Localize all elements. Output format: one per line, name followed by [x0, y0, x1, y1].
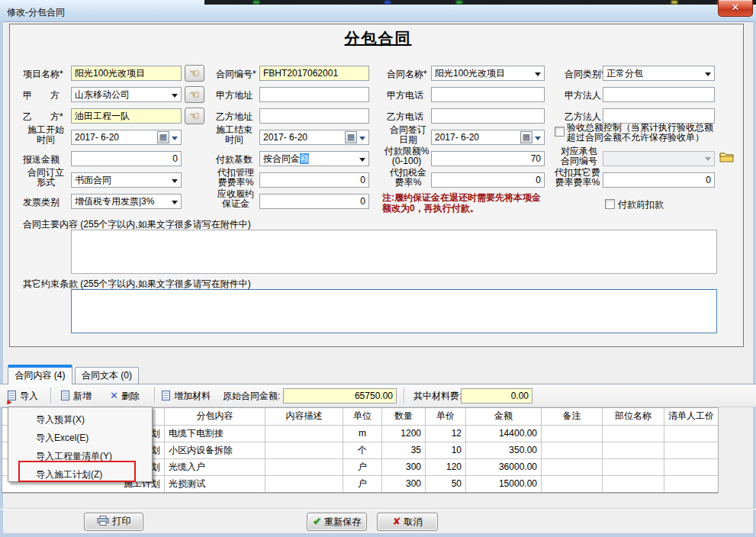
party-a-legal-field[interactable] [603, 87, 715, 102]
cell-labor-price[interactable] [664, 426, 718, 442]
header-quantity: 数量 [382, 408, 426, 425]
cell-content[interactable]: 光损测试 [165, 476, 265, 492]
cell-amount[interactable]: 36000.00 [466, 459, 542, 475]
cell-content[interactable]: 光缆入户 [165, 459, 265, 475]
party-b-addr-field[interactable] [259, 108, 369, 124]
sign-date-picker[interactable]: 2017- 6-20▦ [431, 130, 545, 145]
party-b-tel-field[interactable] [431, 108, 545, 124]
cell-quantity[interactable]: 300 [382, 459, 426, 475]
material-fee-field[interactable]: 0.00 [461, 388, 532, 404]
cell-quantity[interactable]: 1200 [382, 426, 426, 442]
calendar-icon[interactable]: ▦ [157, 131, 169, 143]
chevron-down-icon[interactable] [535, 137, 541, 143]
chevron-down-icon[interactable] [172, 137, 178, 143]
pay-limit-field[interactable]: 70 [431, 151, 545, 166]
tab-contract-content[interactable]: 合同内容 (4) [8, 365, 72, 384]
cell-labor-price[interactable] [664, 442, 718, 458]
cell-description[interactable] [265, 459, 343, 475]
chevron-down-icon[interactable] [535, 72, 541, 79]
cell-unit-price[interactable]: 50 [426, 476, 466, 492]
party-b-field[interactable]: 油田工程一队 [71, 108, 182, 124]
party-a-label: 甲 方 [23, 90, 60, 101]
cell-unit[interactable]: 户 [343, 459, 382, 475]
party-a-combo[interactable]: 山东移动公司 [71, 87, 182, 102]
cell-labor-price[interactable] [664, 476, 718, 492]
cell-unit-price[interactable]: 120 [426, 459, 466, 475]
print-button[interactable]: 打印 [84, 513, 143, 531]
header-part-name: 部位名称 [603, 408, 664, 425]
contract-type-combo[interactable]: 正常分包 [603, 66, 715, 81]
chevron-down-icon[interactable] [172, 94, 178, 101]
cell-unit[interactable]: 户 [343, 476, 382, 492]
pre-deduct-checkbox[interactable] [605, 199, 615, 209]
establish-form-combo[interactable]: 书面合同 [71, 172, 182, 188]
cell-remark[interactable] [542, 426, 603, 442]
cell-part-name[interactable] [603, 476, 664, 492]
folder-icon[interactable] [719, 151, 735, 166]
project-name-field[interactable]: 阳光100光改项目 [71, 66, 182, 81]
calendar-icon[interactable]: ▦ [345, 131, 357, 143]
add-material-button[interactable]: 增加材料 [162, 388, 211, 405]
contract-no-field[interactable]: FBHT2017062001 [259, 66, 369, 81]
other-terms-textarea[interactable] [71, 289, 717, 333]
party-a-picker-button[interactable]: ☜ [185, 86, 204, 103]
cell-amount[interactable]: 14400.00 [466, 426, 542, 442]
end-date-picker[interactable]: 2017- 6-20▦ [259, 130, 369, 145]
cell-remark[interactable] [542, 459, 603, 475]
cell-remark[interactable] [542, 442, 603, 458]
other-fee-field[interactable]: 0 [603, 172, 715, 188]
cell-quantity[interactable]: 300 [382, 476, 426, 492]
delete-row-button[interactable]: ✕删除 [110, 388, 140, 405]
party-b-picker-button[interactable]: ☜ [185, 108, 204, 124]
cell-amount[interactable]: 350.00 [466, 442, 542, 458]
cell-part-name[interactable] [603, 459, 664, 475]
party-b-legal-field[interactable] [603, 108, 715, 124]
orig-amount-field[interactable]: 65750.00 [283, 388, 397, 404]
tax-fee-field[interactable]: 0 [431, 172, 545, 188]
menu-item-import-budget[interactable]: 导入预算(X) [8, 410, 152, 429]
cell-remark[interactable] [542, 476, 603, 492]
import-button[interactable]: ►导入 [8, 388, 38, 405]
mgmt-fee-field[interactable]: 0 [259, 172, 369, 188]
cell-content[interactable]: 电缆下电割接 [165, 426, 265, 442]
corresponding-contract-combo[interactable] [603, 151, 715, 166]
chevron-down-icon[interactable] [359, 137, 365, 143]
cell-content[interactable]: 小区内设备拆除 [165, 442, 265, 458]
cell-quantity[interactable]: 35 [382, 442, 426, 458]
cell-amount[interactable]: 15000.00 [466, 476, 542, 492]
start-date-picker[interactable]: 2017- 6-20▦ [71, 130, 182, 145]
cell-unit[interactable]: m [343, 426, 382, 442]
report-amount-field[interactable]: 0 [71, 151, 182, 166]
main-content-textarea[interactable] [71, 230, 717, 274]
pay-base-combo[interactable]: 按合同金额 [259, 151, 369, 166]
chevron-down-icon[interactable] [705, 72, 711, 79]
menu-item-import-excel[interactable]: 导入Excel(E) [8, 429, 152, 447]
cancel-button[interactable]: ✘取消 [377, 513, 438, 531]
chevron-down-icon[interactable] [172, 179, 178, 186]
project-picker-button[interactable]: ☜ [185, 65, 204, 82]
add-row-button[interactable]: 新增 [61, 388, 92, 405]
chevron-down-icon[interactable] [172, 201, 178, 207]
cell-description[interactable] [265, 426, 343, 442]
deposit-field[interactable]: 0 [259, 194, 369, 209]
cell-description[interactable] [265, 476, 343, 492]
party-a-addr-field[interactable] [259, 87, 369, 102]
cell-unit[interactable]: 个 [343, 442, 382, 458]
chevron-down-icon[interactable] [359, 158, 365, 165]
cell-labor-price[interactable] [664, 459, 718, 475]
start-date-label: 施工开始 时间 [23, 125, 69, 145]
party-a-tel-field[interactable] [431, 87, 545, 102]
cell-description[interactable] [265, 442, 343, 458]
tab-contract-text[interactable]: 合同文本 (0) [75, 367, 139, 384]
invoice-type-combo[interactable]: 增值税专用发票|3% [71, 194, 182, 209]
cell-unit-price[interactable]: 12 [426, 426, 466, 442]
acceptance-total-checkbox[interactable] [555, 127, 565, 137]
background-dot [384, 1, 391, 4]
cell-part-name[interactable] [603, 426, 664, 442]
save-button[interactable]: ✔重新保存 [307, 513, 367, 531]
contract-name-combo[interactable]: 阳光100光改项目 [431, 66, 545, 81]
close-button[interactable]: ✕ [718, 0, 753, 17]
cell-unit-price[interactable]: 10 [426, 442, 466, 458]
calendar-icon[interactable]: ▦ [520, 131, 532, 143]
cell-part-name[interactable] [603, 442, 664, 458]
